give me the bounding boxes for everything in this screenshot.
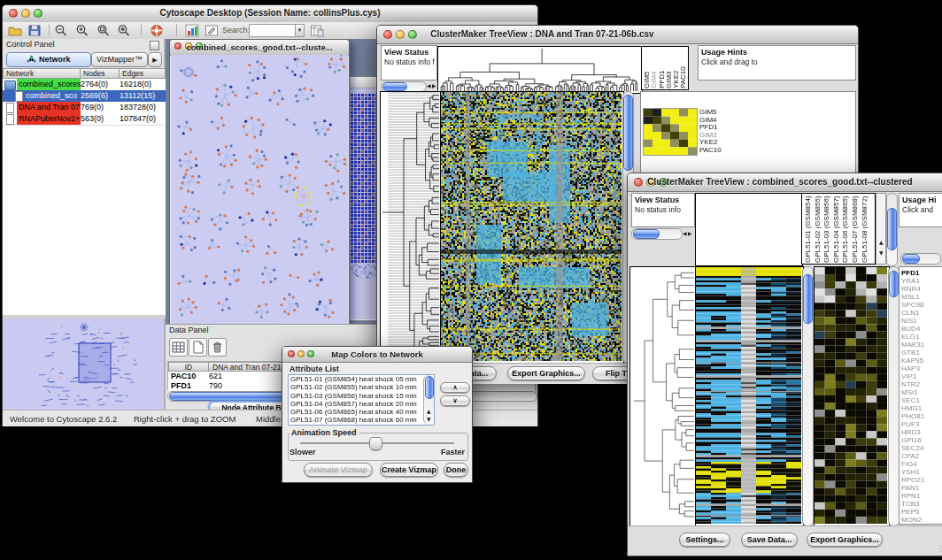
create-vizmap-button[interactable]: Create Vizmap (380, 463, 438, 477)
attribute-list-vscrollbar[interactable]: ▲ ▼ (423, 375, 434, 425)
scroll-up-icon[interactable]: ▲ (427, 409, 431, 414)
tab-vizmapper[interactable]: VizMapper™ (91, 52, 148, 67)
scrollbar-thumb[interactable] (889, 271, 899, 297)
birdseye-view[interactable] (3, 318, 164, 410)
tv1-heatmap-panel[interactable] (440, 91, 624, 364)
scrollbar-thumb[interactable] (633, 229, 660, 239)
scroll-left-icon[interactable]: ◀ (427, 83, 431, 88)
network-view-window: combined_scores_good.txt--cluste... (169, 39, 350, 324)
tv2-heatmap-panel[interactable] (695, 266, 804, 526)
tv2-array-tree-panel[interactable] (695, 193, 803, 266)
zoom-selected-icon[interactable] (117, 24, 131, 37)
treeview1-titlebar[interactable]: ClusterMaker TreeView : DNA and Tran 07-… (377, 26, 858, 44)
network-canvas[interactable] (171, 55, 348, 324)
network-row[interactable]: combined_sco 2569(6) 13112(15) (3, 90, 166, 102)
done-button[interactable]: Done (444, 463, 468, 477)
animate-vizmap-button[interactable]: Animate Vizmap (304, 463, 373, 477)
scrollbar-thumb[interactable] (382, 82, 407, 91)
attribute-item[interactable]: GPL51-03 (GSM856) heat shock 15 min (289, 392, 434, 400)
network-row[interactable]: DNA and Tran 07 769(0) 183728(0) (3, 102, 166, 113)
gene-label: MSI1 (901, 388, 942, 396)
scrollbar-thumb[interactable] (623, 95, 633, 171)
export-graphics-button[interactable]: Export Graphics... (507, 366, 585, 380)
gene-label: YSH1 (901, 468, 942, 476)
network-row-nodes: 2764(0) (81, 79, 120, 90)
search-input[interactable] (249, 24, 297, 37)
move-down-button[interactable]: ∨ (440, 395, 470, 406)
treeview2-titlebar[interactable]: ClusterMaker TreeView : combined_scores_… (628, 173, 942, 192)
zoom-in-icon[interactable] (75, 24, 89, 37)
network-row[interactable]: RNAPuberNov2+ 563(0) 107847(0) (3, 113, 166, 125)
tv2-label-arrows: ▲ ▼ (876, 193, 886, 265)
move-up-button[interactable]: ∧ (440, 382, 470, 393)
col-nodes[interactable]: Nodes (80, 68, 120, 79)
gene-label: ELG1 (901, 333, 942, 341)
save-data-button[interactable]: Save Data... (741, 533, 798, 547)
new-attribute-icon[interactable] (189, 338, 207, 357)
attribute-item[interactable]: GPL51-01 (GSM854) heat shock 05 min (289, 375, 434, 383)
attribute-item[interactable]: GPL51-07 (GSM868) heat shock 60 min (289, 416, 434, 424)
tv1-zoom-matrix[interactable] (643, 108, 698, 156)
attribute-item[interactable]: GPL51-04 (GSM857) heat shock 20 min (289, 400, 434, 408)
network-row-name: RNAPuberNov2+ (17, 113, 81, 125)
attribute-listbox[interactable]: GPL51-01 (GSM854) heat shock 05 minGPL51… (288, 374, 435, 426)
tab-network[interactable]: Network (6, 52, 91, 67)
scroll-up-icon[interactable]: ▲ (879, 240, 884, 245)
scrollbar-thumb[interactable] (803, 274, 813, 324)
attribute-item[interactable]: GPL51-06 (GSM865) heat shock 40 min (289, 408, 434, 416)
tv2-gene-tree-panel[interactable] (629, 266, 697, 526)
annotation-icon[interactable] (205, 24, 219, 37)
network-view-titlebar[interactable]: combined_scores_good.txt--cluste... (170, 40, 349, 56)
open-session-icon[interactable] (8, 24, 22, 37)
tv2-genetree-hscrollbar[interactable] (631, 228, 683, 240)
scroll-right-icon[interactable]: ▶ (688, 231, 692, 236)
attribute-browser-icon[interactable] (310, 24, 324, 37)
col-id[interactable]: ID (168, 362, 209, 372)
zoom-out-icon[interactable] (54, 24, 68, 37)
help-lifering-icon[interactable] (150, 24, 164, 37)
vizmap-icon[interactable] (185, 24, 199, 37)
scroll-down-icon[interactable]: ▼ (427, 417, 431, 422)
delete-attribute-icon[interactable] (208, 338, 227, 357)
gene-label: PEP5 (901, 508, 942, 516)
tv1-gene-tree-panel[interactable] (380, 91, 442, 364)
export-graphics-button[interactable]: Export Graphics... (807, 533, 883, 547)
tv2-labels-vscrollbar[interactable] (886, 193, 898, 266)
tv2-zoom-panel[interactable] (814, 266, 890, 526)
network-row[interactable]: combined_scores 2764(0) 16218(0) (3, 79, 166, 90)
network-row-edges: 13112(15) (120, 90, 164, 102)
float-panel-icon[interactable] (150, 41, 159, 50)
save-session-icon[interactable] (27, 24, 42, 37)
tab-more-arrow[interactable]: ▶ (148, 52, 162, 67)
slower-label: Slower (290, 448, 316, 456)
scrollbar-thumb[interactable] (902, 254, 920, 264)
col-edges[interactable]: Edges (119, 68, 166, 79)
treeview1-title: ClusterMaker TreeView : DNA and Tran 07-… (377, 29, 858, 39)
search-dropdown-button[interactable]: ▼ (295, 24, 305, 37)
grid-network-canvas[interactable] (349, 88, 380, 319)
gene-label: MAK31 (901, 341, 942, 349)
scrollbar-thumb[interactable] (887, 208, 897, 250)
gene-label: RNR4 (901, 285, 942, 293)
attribute-item[interactable]: GPL51-02 (GSM855) heat shock 10 min (289, 383, 434, 391)
tv2-heatmap-vscrollbar[interactable] (802, 266, 814, 526)
speed-slider-thumb[interactable] (369, 437, 382, 450)
scroll-left-icon[interactable]: ◀ (683, 231, 687, 236)
gene-label: GIM3 (699, 132, 735, 140)
gene-label: GIM5 (699, 109, 735, 117)
scroll-right-icon[interactable]: ▶ (432, 83, 436, 88)
table-grid-icon[interactable] (169, 338, 188, 357)
gene-label: HMG1 (901, 404, 942, 412)
tv2-zoom-hscrollbar[interactable] (900, 253, 941, 265)
zoom-fit-icon[interactable] (97, 24, 111, 37)
scroll-down-icon[interactable]: ▼ (879, 250, 884, 256)
animation-speed-label: Animation Speed (290, 428, 359, 437)
scrollbar-thumb[interactable] (425, 376, 434, 399)
col-network[interactable]: Network (3, 68, 81, 79)
main-titlebar[interactable]: Cytoscape Desktop (Session Name: collins… (3, 5, 537, 23)
tv1-array-tree-panel[interactable] (437, 46, 643, 94)
settings-button[interactable]: Settings... (679, 533, 730, 547)
dialog-titlebar[interactable]: Map Colors to Network (282, 347, 472, 363)
tv1-view-status: View Status No status info f (381, 45, 437, 81)
desktop: Cytoscape Desktop (Session Name: collins… (0, 0, 942, 560)
